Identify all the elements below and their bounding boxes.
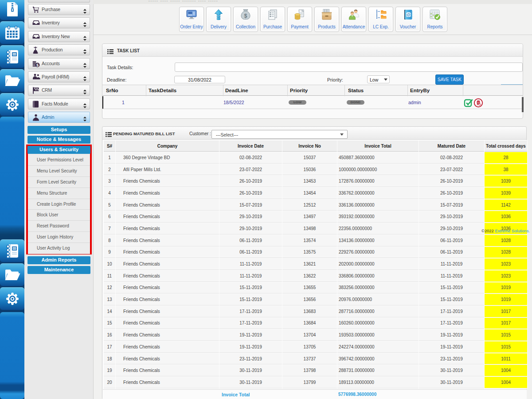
svg-text:$: $ bbox=[244, 13, 247, 19]
svg-text:$: $ bbox=[36, 63, 39, 67]
svg-text:@: @ bbox=[407, 12, 411, 17]
